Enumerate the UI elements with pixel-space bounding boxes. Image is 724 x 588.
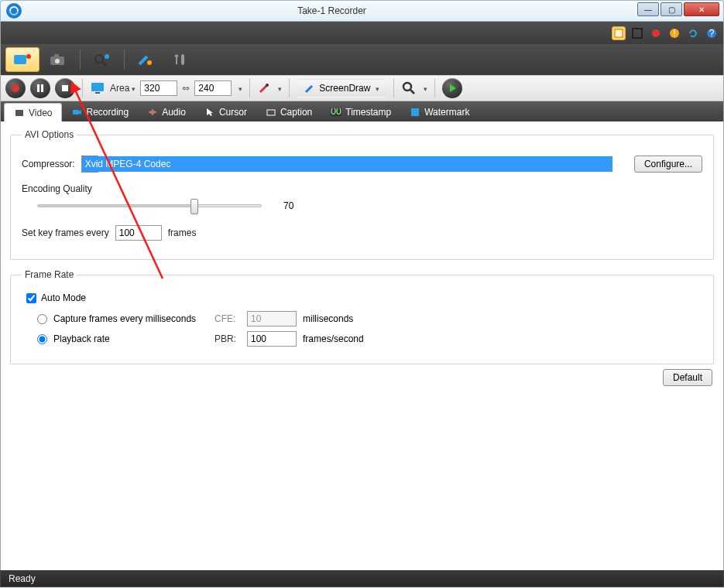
- svg-point-11: [55, 59, 60, 63]
- mode-toolbar: [0, 44, 724, 75]
- tab-label: Recording: [86, 107, 129, 118]
- status-text: Ready: [9, 573, 36, 584]
- cfe-label: Capture frames every milliseconds: [53, 313, 208, 324]
- eyedropper-dropdown[interactable]: [276, 83, 282, 94]
- tab-recording[interactable]: Recording: [62, 103, 138, 121]
- svg-point-15: [105, 54, 109, 59]
- svg-marker-31: [207, 108, 213, 116]
- tab-caption[interactable]: Caption: [256, 103, 321, 121]
- separator: [124, 50, 125, 70]
- svg-line-26: [410, 90, 414, 94]
- tab-label: Video: [29, 108, 52, 118]
- separator: [82, 79, 83, 97]
- encoding-quality-value: 70: [283, 200, 293, 211]
- configure-button[interactable]: Configure...: [634, 156, 702, 173]
- bug-icon[interactable]: [649, 26, 663, 40]
- mode-tools[interactable]: [165, 47, 199, 72]
- mode-brush[interactable]: [129, 47, 163, 72]
- svg-marker-30: [79, 110, 81, 115]
- pbr-input[interactable]: [247, 331, 297, 347]
- pbr-unit: frames/second: [303, 333, 364, 344]
- tab-video[interactable]: Video: [4, 103, 62, 121]
- separator: [434, 79, 435, 97]
- svg-rect-28: [15, 110, 23, 116]
- screendraw-button[interactable]: ScreenDraw: [297, 79, 386, 97]
- pause-button[interactable]: [30, 78, 50, 98]
- fullscreen-icon[interactable]: [630, 26, 644, 40]
- statusbar: Ready: [0, 570, 724, 587]
- tab-watermark[interactable]: Watermark: [400, 103, 479, 121]
- tab-audio[interactable]: Audio: [138, 103, 195, 121]
- pbr-label: Playback rate: [53, 333, 208, 344]
- tab-label: Timestamp: [345, 107, 391, 118]
- svg-line-14: [102, 62, 106, 66]
- refresh-icon[interactable]: [686, 26, 700, 40]
- keyframes-input[interactable]: [115, 225, 162, 241]
- play-button[interactable]: [442, 78, 462, 98]
- warning-icon[interactable]: !: [667, 26, 681, 40]
- svg-rect-23: [95, 92, 100, 94]
- tab-cursor[interactable]: Cursor: [195, 103, 256, 121]
- mode-magnify-settings[interactable]: [85, 47, 119, 72]
- record-button[interactable]: [5, 78, 26, 98]
- maximize-button[interactable]: ▢: [661, 2, 682, 16]
- tab-timestamp[interactable]: 00 Timestamp: [321, 103, 400, 121]
- keyframes-unit: frames: [168, 227, 197, 238]
- cfe-unit: milliseconds: [303, 313, 353, 324]
- camera-icon: [71, 107, 82, 118]
- close-button[interactable]: ✕: [684, 2, 719, 16]
- auto-mode-checkbox[interactable]: [26, 293, 36, 303]
- screendraw-dropdown[interactable]: [373, 83, 379, 94]
- svg-text:00: 00: [331, 108, 342, 116]
- encoding-quality-slider[interactable]: [37, 204, 262, 207]
- svg-rect-12: [54, 54, 59, 57]
- titlebar: Take-1 Recorder — ▢ ✕: [0, 0, 724, 22]
- cfe-code: CFE:: [214, 313, 241, 324]
- cfe-radio[interactable]: [37, 314, 47, 324]
- tab-label: Caption: [280, 107, 312, 118]
- svg-rect-1: [615, 29, 623, 37]
- keyframes-label: Set key frames every: [22, 227, 109, 238]
- area-dropdown[interactable]: [236, 83, 242, 94]
- svg-rect-35: [411, 108, 419, 116]
- frame-rate-legend: Frame Rate: [22, 269, 77, 280]
- pbr-radio[interactable]: [37, 334, 47, 344]
- zoom-icon[interactable]: [401, 80, 417, 96]
- help-icon[interactable]: ?: [705, 26, 719, 40]
- frame-rate-group: Frame Rate Auto Mode Capture frames ever…: [10, 269, 714, 364]
- watermark-icon: [410, 107, 420, 118]
- default-button[interactable]: Default: [663, 369, 712, 386]
- separator: [289, 79, 290, 97]
- link-icon[interactable]: ⇔: [182, 83, 190, 94]
- encoding-quality-label: Encoding Quality: [22, 183, 92, 194]
- settings-tabbar: Video Recording Audio Cursor Caption 00 …: [0, 101, 724, 121]
- svg-text:?: ?: [709, 28, 715, 39]
- minimize-button[interactable]: —: [637, 2, 659, 16]
- area-width-input[interactable]: [140, 80, 177, 96]
- compressor-select[interactable]: Xvid MPEG-4 Codec: [81, 156, 628, 173]
- auto-mode-label: Auto Mode: [41, 292, 86, 303]
- svg-rect-19: [37, 84, 39, 92]
- eyedropper-icon[interactable]: [257, 81, 271, 95]
- svg-point-24: [266, 84, 269, 87]
- timestamp-icon: 00: [331, 107, 341, 118]
- svg-point-25: [403, 83, 411, 91]
- svg-rect-17: [181, 54, 184, 65]
- menu-iconbar: ! ?: [0, 22, 724, 44]
- separator: [80, 50, 81, 70]
- tab-label: Watermark: [424, 107, 469, 118]
- stop-button[interactable]: [55, 78, 75, 98]
- slider-thumb[interactable]: [190, 199, 198, 214]
- svg-rect-20: [41, 84, 43, 92]
- svg-point-16: [147, 60, 152, 65]
- video-icon: [14, 108, 25, 118]
- cfe-input: [247, 311, 297, 326]
- panel-toggle-icon[interactable]: [612, 26, 626, 40]
- svg-point-3: [652, 29, 660, 37]
- area-label[interactable]: Area: [110, 83, 136, 94]
- area-height-input[interactable]: [194, 80, 232, 96]
- separator: [393, 79, 394, 97]
- mode-record-video[interactable]: [5, 47, 39, 72]
- zoom-dropdown[interactable]: [421, 83, 427, 94]
- mode-snapshot[interactable]: [41, 47, 75, 72]
